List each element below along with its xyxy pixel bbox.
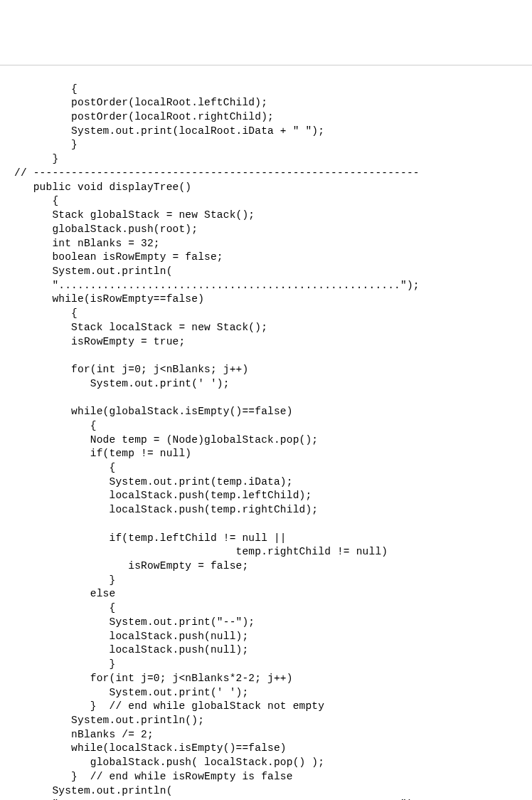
top-separator (0, 65, 532, 65)
code-line: { (14, 307, 78, 319)
code-line: { (14, 462, 115, 473)
code-line: } // end while globalStack not empty (14, 700, 324, 712)
code-line: nBlanks /= 2; (14, 729, 154, 740)
code-line: localStack.push(null); (14, 631, 248, 642)
code-line: localStack.push(temp.rightChild); (14, 504, 318, 515)
code-line: globalStack.push( localStack.pop() ); (14, 757, 324, 768)
code-line: { (14, 83, 78, 95)
code-line: while(isRowEmpty==false) (14, 293, 204, 305)
code-line: isRowEmpty = false; (14, 560, 248, 572)
code-line: System.out.print(temp.iData); (14, 476, 293, 488)
code-line: postOrder(localRoot.leftChild); (14, 97, 267, 108)
code-line: System.out.println( (14, 785, 173, 796)
code-line: localStack.push(temp.leftChild); (14, 490, 312, 501)
code-line: ".......................................… (14, 280, 420, 291)
code-line: } (14, 658, 115, 670)
code-line: postOrder(localRoot.rightChild); (14, 111, 274, 122)
code-line: localStack.push(null); (14, 644, 248, 656)
code-line: Stack globalStack = new Stack(); (14, 209, 255, 221)
code-line: } (14, 153, 58, 164)
code-line: Node temp = (Node)globalStack.pop(); (14, 434, 318, 446)
code-line: for(int j=0; j<nBlanks; j++) (14, 364, 248, 375)
code-line: } (14, 574, 115, 586)
code-line: globalStack.push(root); (14, 223, 198, 235)
code-line: // -------------------------------------… (14, 167, 420, 179)
code-line: else (14, 588, 115, 599)
code-line: System.out.print(' '); (14, 378, 230, 389)
code-line: { (14, 602, 115, 614)
code-listing: { postOrder(localRoot.leftChild); postOr… (14, 83, 518, 800)
code-line: System.out.print("--"); (14, 616, 255, 628)
code-line: if(temp != null) (14, 448, 191, 459)
code-line: Stack localStack = new Stack(); (14, 322, 267, 333)
code-line: System.out.print(localRoot.iData + " "); (14, 125, 324, 137)
code-line: if(temp.leftChild != null || (14, 532, 287, 544)
code-line: System.out.print(' '); (14, 687, 248, 698)
code-line: { (14, 420, 97, 431)
code-line: { (14, 195, 58, 206)
code-line: while(localStack.isEmpty()==false) (14, 742, 287, 754)
code-line: temp.rightChild != null) (14, 546, 388, 557)
code-line: isRowEmpty = true; (14, 336, 185, 347)
code-line: while(globalStack.isEmpty()==false) (14, 406, 293, 417)
code-line: System.out.println(); (14, 715, 204, 726)
code-line: public void displayTree() (14, 181, 191, 193)
code-line: System.out.println( (14, 265, 173, 277)
code-line: int nBlanks = 32; (14, 238, 160, 249)
code-line: for(int j=0; j<nBlanks*2-2; j++) (14, 673, 293, 684)
code-line: } (14, 139, 78, 150)
code-line: } // end while isRowEmpty is false (14, 771, 293, 782)
code-line: boolean isRowEmpty = false; (14, 251, 223, 263)
